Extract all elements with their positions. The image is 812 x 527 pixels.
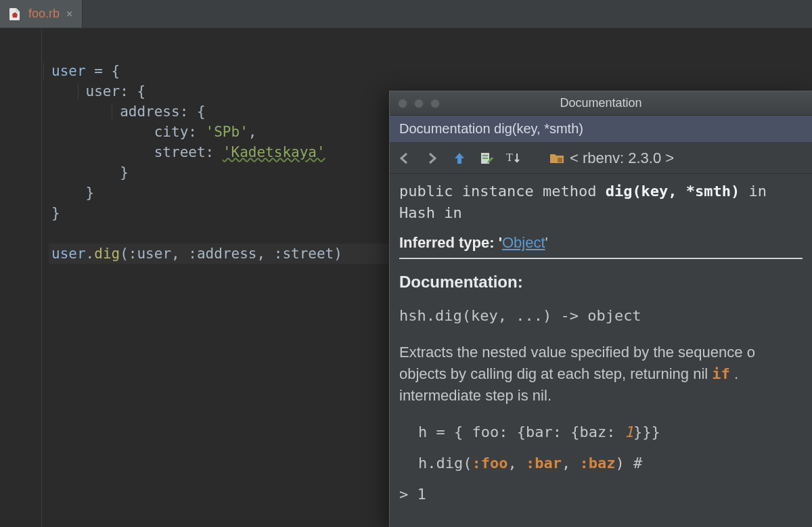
- svg-rect-2: [482, 155, 488, 156]
- doc-toolbar: T < rbenv: 2.3.0 >: [390, 143, 812, 174]
- edit-source-icon[interactable]: [479, 151, 494, 166]
- ex-text: ,: [508, 455, 526, 472]
- svg-text:T: T: [506, 152, 513, 163]
- para-line: intermediate step is nil.: [399, 387, 551, 404]
- svg-rect-3: [482, 158, 488, 159]
- doc-body[interactable]: public instance method dig(key, *smth) i…: [390, 174, 812, 527]
- code-token: address: {: [120, 104, 205, 120]
- code-token: user: {: [86, 83, 146, 99]
- doc-heading: Documentation:: [399, 271, 803, 293]
- doc-subtitle: Documentation dig(key, *smth): [390, 116, 812, 143]
- code-body[interactable]: user = { user: { address: { city: 'SPb',…: [42, 28, 401, 527]
- svg-rect-5: [558, 158, 562, 162]
- back-icon[interactable]: [398, 151, 413, 166]
- code-token: 'SPb': [206, 124, 248, 140]
- font-size-icon[interactable]: T: [506, 151, 521, 166]
- para-kw: if: [712, 365, 730, 382]
- sig-bold: dig(key, *smth): [606, 183, 740, 200]
- sdk-label: < rbenv: 2.3.0 >: [570, 150, 674, 167]
- gutter: [0, 28, 42, 527]
- code-token-warning: 'Kadetskaya': [223, 144, 325, 160]
- doc-example-1: h = { foo: {bar: {baz: 1}}}: [399, 421, 803, 443]
- doc-signature: public instance method dig(key, *smth) i…: [399, 181, 803, 224]
- up-arrow-icon[interactable]: [452, 151, 467, 166]
- ex-text: h = { foo: {bar: {baz:: [418, 423, 625, 440]
- doc-example-2: h.dig(:foo, :bar, :baz) #: [399, 453, 803, 474]
- code-token: (:user, :address, :street): [120, 246, 342, 262]
- code-token: city:: [154, 124, 206, 140]
- code-token: }: [86, 185, 95, 201]
- ex-sym: :baz: [579, 455, 615, 472]
- ex-text: ,: [562, 455, 580, 472]
- sig-pre: public instance method: [399, 183, 606, 200]
- ex-text: h.dig(: [418, 455, 472, 472]
- inferred-type-link[interactable]: Object: [502, 234, 545, 251]
- tab-filename: foo.rb: [28, 7, 60, 21]
- doc-example-output: > 1: [399, 484, 803, 505]
- ex-text: }}}: [633, 423, 660, 440]
- para-line: Extracts the nested value specified by t…: [399, 344, 755, 361]
- ex-sym: :foo: [472, 455, 508, 472]
- sdk-selector[interactable]: < rbenv: 2.3.0 >: [549, 150, 674, 167]
- inferred-tail: ': [545, 234, 548, 251]
- inferred-type: Inferred type: 'Object': [399, 232, 803, 259]
- ex-text: ) #: [615, 455, 642, 472]
- tab-bar: foo.rb ×: [0, 0, 812, 28]
- doc-titlebar[interactable]: Documentation: [390, 91, 812, 116]
- traffic-close-icon[interactable]: [398, 99, 407, 108]
- code-token: user: [51, 246, 86, 262]
- para-line: .: [730, 365, 738, 382]
- current-line: user.dig(:user, :address, :street): [49, 244, 401, 264]
- close-icon[interactable]: ×: [66, 9, 72, 20]
- code-token: }: [51, 205, 60, 221]
- code-token: dig: [94, 246, 120, 262]
- doc-description: Extracts the nested value specified by t…: [399, 342, 803, 407]
- documentation-window: Documentation Documentation dig(key, *sm…: [389, 91, 812, 527]
- code-token: .: [86, 246, 95, 262]
- para-line: objects by calling dig at each step, ret…: [399, 365, 712, 382]
- traffic-minimize-icon[interactable]: [414, 99, 424, 108]
- doc-window-title: Documentation: [390, 96, 812, 110]
- doc-syntax-line: hsh.dig(key, ...) -> object: [399, 305, 803, 327]
- traffic-zoom-icon[interactable]: [430, 99, 440, 108]
- code-token: = {: [86, 63, 120, 79]
- editor-tab-foo[interactable]: foo.rb ×: [0, 0, 83, 28]
- ex-sym: :bar: [526, 455, 562, 472]
- window-controls[interactable]: [390, 99, 440, 108]
- ex-num: 1: [625, 423, 633, 440]
- code-token: }: [120, 164, 129, 181]
- folder-icon: [549, 151, 564, 166]
- inferred-label: Inferred type: ': [399, 234, 502, 251]
- ruby-file-icon: [8, 7, 22, 21]
- forward-icon[interactable]: [425, 151, 440, 166]
- code-token: ,: [248, 124, 257, 140]
- code-token: user: [51, 63, 86, 79]
- code-token: street:: [154, 144, 223, 160]
